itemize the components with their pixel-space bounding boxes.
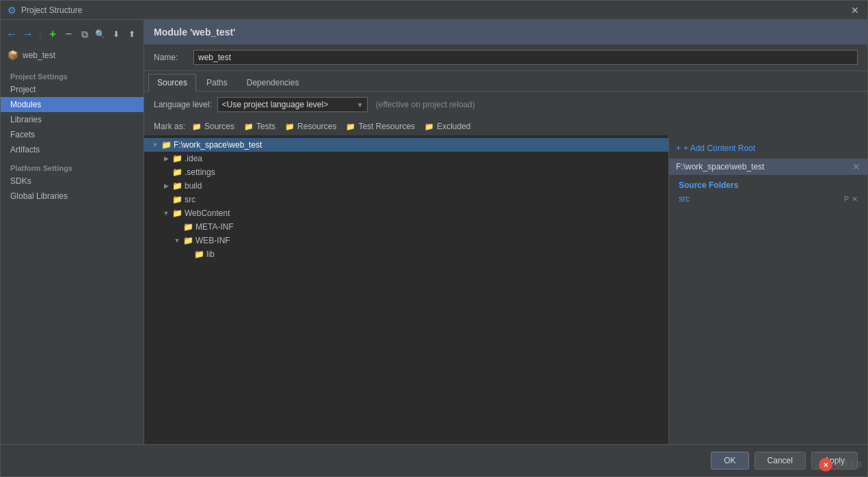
src-label: src	[185, 195, 195, 204]
language-select-wrapper: <Use project language level> ▼	[217, 97, 368, 112]
webcontent-label: WebContent	[185, 208, 230, 218]
mark-tests-button[interactable]: 📁 Tests	[241, 120, 278, 133]
name-label: Name:	[154, 53, 188, 62]
language-level-select[interactable]: <Use project language level>	[217, 97, 368, 112]
tree-src[interactable]: ▶ 📁 src	[144, 193, 668, 206]
right-panel: Module 'web_test' Name: Sources Paths De…	[144, 20, 867, 444]
resources-folder-icon: 📁	[285, 122, 295, 131]
footer: OK Cancel Apply	[1, 444, 867, 476]
watermark: ✕ 创新互联	[819, 458, 863, 472]
platform-settings-section-header: Platform Settings	[1, 163, 144, 174]
source-folder-item: src P ✕	[669, 193, 867, 205]
split-content: ▼ 📁 F:\work_space\web_test ▶ 📁 .idea	[144, 135, 867, 444]
source-info-panel: + + Add Content Root F:\work_space\web_t…	[669, 135, 867, 444]
sources-panel: Language level: <Use project language le…	[144, 92, 867, 444]
tree-web-inf[interactable]: ▼ 📁 WEB-INF	[144, 234, 668, 247]
watermark-text: 创新互联	[835, 460, 863, 469]
webcontent-folder-icon: 📁	[172, 208, 182, 218]
language-level-label: Language level:	[154, 100, 212, 109]
web-inf-expand-arrow: ▼	[172, 235, 182, 246]
project-structure-window: ⚙ Project Structure ✕ ← → | + − ⧉ 🔍 ⬇ ⬆ …	[0, 0, 868, 477]
web-inf-folder-icon: 📁	[182, 236, 193, 245]
mark-sources-button[interactable]: 📁 Sources	[189, 120, 237, 133]
sidebar-item-libraries[interactable]: Libraries	[1, 112, 144, 127]
meta-inf-folder-icon: 📁	[182, 222, 193, 232]
mark-test-resources-button[interactable]: 📁 Test Resources	[343, 120, 418, 133]
title-bar: ⚙ Project Structure ✕	[1, 1, 867, 20]
build-expand-arrow: ▶	[161, 180, 172, 191]
tab-paths[interactable]: Paths	[198, 74, 236, 91]
root-folder-icon: 📁	[161, 140, 172, 150]
tests-folder-icon: 📁	[244, 122, 254, 131]
source-folders-header: Source Folders	[669, 178, 867, 193]
sidebar-module-item[interactable]: 📦 web_test	[1, 47, 144, 63]
tree-build[interactable]: ▶ 📁 build	[144, 179, 668, 193]
add-content-root-button[interactable]: + + Add Content Root	[669, 141, 867, 156]
tree-meta-inf[interactable]: ▶ 📁 META-INF	[144, 220, 668, 234]
search-button[interactable]: 🔍	[94, 27, 106, 42]
mark-excluded-button[interactable]: 📁 Excluded	[422, 120, 473, 133]
main-content: ← → | + − ⧉ 🔍 ⬇ ⬆ 📦 web_test Project Set…	[1, 20, 867, 444]
forward-button[interactable]: →	[22, 27, 33, 42]
window-title: Project Structure	[21, 5, 848, 15]
root-expand-arrow: ▼	[150, 139, 161, 150]
sources-folder-icon: 📁	[192, 122, 202, 131]
name-row: Name:	[144, 44, 867, 71]
test-resources-folder-icon: 📁	[346, 122, 355, 131]
cancel-button[interactable]: Cancel	[755, 452, 806, 469]
expand-button[interactable]: ⬇	[111, 27, 122, 42]
sidebar-item-facets[interactable]: Facets	[1, 127, 144, 142]
project-settings-section-header: Project Settings	[1, 71, 144, 82]
watermark-logo: ✕	[819, 458, 832, 472]
content-root-close-button[interactable]: ✕	[852, 161, 860, 172]
language-level-row: Language level: <Use project language le…	[144, 92, 867, 118]
source-folder-remove-button[interactable]: ✕	[852, 195, 858, 204]
back-button[interactable]: ←	[6, 27, 18, 42]
tabs-row: Sources Paths Dependencies	[144, 71, 867, 92]
sidebar: ← → | + − ⧉ 🔍 ⬇ ⬆ 📦 web_test Project Set…	[1, 20, 144, 444]
name-input[interactable]	[193, 50, 858, 65]
sidebar-item-project[interactable]: Project	[1, 82, 144, 97]
tree-root[interactable]: ▼ 📁 F:\work_space\web_test	[144, 138, 668, 152]
idea-folder-icon: 📁	[172, 154, 182, 163]
module-header: Module 'web_test'	[144, 20, 867, 44]
tree-settings[interactable]: ▶ 📁 .settings	[144, 165, 668, 179]
build-folder-icon: 📁	[172, 181, 182, 191]
settings-label: .settings	[185, 167, 215, 177]
content-root-path: F:\work_space\web_test	[676, 162, 764, 172]
build-label: build	[185, 181, 202, 191]
sidebar-item-sdks[interactable]: SDKs	[1, 174, 144, 189]
settings-folder-icon: 📁	[172, 167, 182, 177]
source-folder-name: src	[679, 194, 690, 204]
source-folder-edit-button[interactable]: P	[844, 195, 849, 204]
add-button[interactable]: +	[47, 27, 59, 42]
ok-button[interactable]: OK	[711, 452, 748, 469]
window-icon: ⚙	[6, 5, 17, 16]
meta-inf-label: META-INF	[195, 222, 234, 232]
sidebar-item-artifacts[interactable]: Artifacts	[1, 142, 144, 157]
lib-folder-icon: 📁	[193, 249, 204, 259]
web-inf-label: WEB-INF	[195, 236, 230, 245]
idea-label: .idea	[185, 154, 202, 163]
add-icon: +	[676, 144, 681, 153]
copy-button[interactable]: ⧉	[79, 27, 90, 42]
tab-dependencies[interactable]: Dependencies	[238, 74, 308, 91]
tree-lib[interactable]: ▶ 📁 lib	[144, 247, 668, 261]
sidebar-item-modules[interactable]: Modules	[1, 97, 144, 112]
collapse-button[interactable]: ⬆	[126, 27, 138, 42]
tree-webcontent[interactable]: ▼ 📁 WebContent	[144, 206, 668, 220]
module-icon: 📦	[8, 50, 18, 60]
tab-sources[interactable]: Sources	[148, 74, 196, 92]
remove-button[interactable]: −	[63, 27, 74, 42]
tree-idea[interactable]: ▶ 📁 .idea	[144, 152, 668, 165]
src-folder-icon: 📁	[172, 195, 182, 204]
mark-resources-button[interactable]: 📁 Resources	[282, 120, 339, 133]
source-folder-actions: P ✕	[844, 195, 858, 204]
module-label: web_test	[23, 51, 55, 60]
language-level-note: (effective on project reload)	[376, 100, 475, 109]
sidebar-item-global-libraries[interactable]: Global Libraries	[1, 189, 144, 204]
mark-as-row: Mark as: 📁 Sources 📁 Tests 📁 Resources	[144, 118, 867, 135]
excluded-folder-icon: 📁	[424, 122, 434, 131]
mark-as-label: Mark as:	[154, 122, 185, 131]
close-button[interactable]: ✕	[848, 3, 862, 17]
